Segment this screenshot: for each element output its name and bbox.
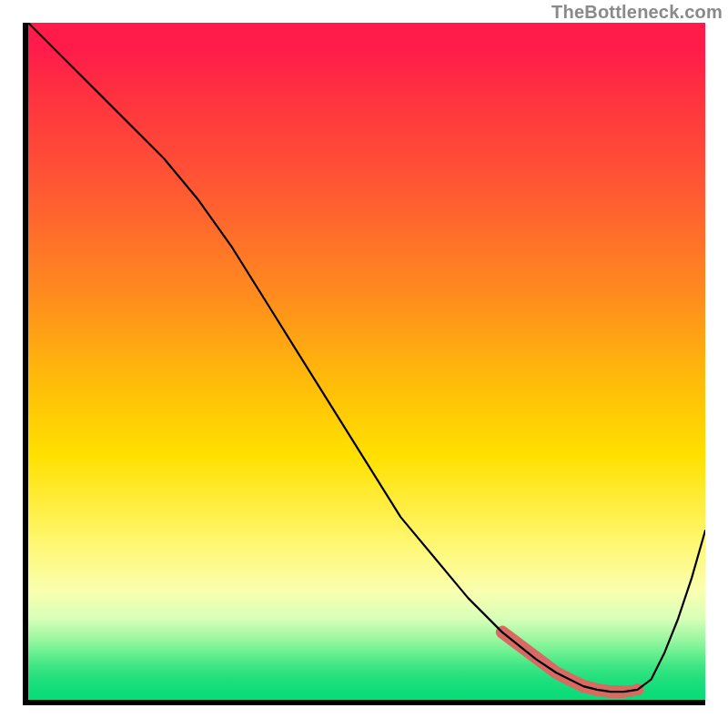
- attribution-text: TheBottleneck.com: [551, 2, 723, 23]
- x-axis: [23, 700, 705, 705]
- highlighted-segment: [502, 632, 624, 692]
- chart-plot-area: [28, 23, 705, 700]
- chart-container: TheBottleneck.com: [0, 0, 728, 728]
- bottleneck-curve: [28, 23, 705, 692]
- y-axis: [23, 23, 28, 705]
